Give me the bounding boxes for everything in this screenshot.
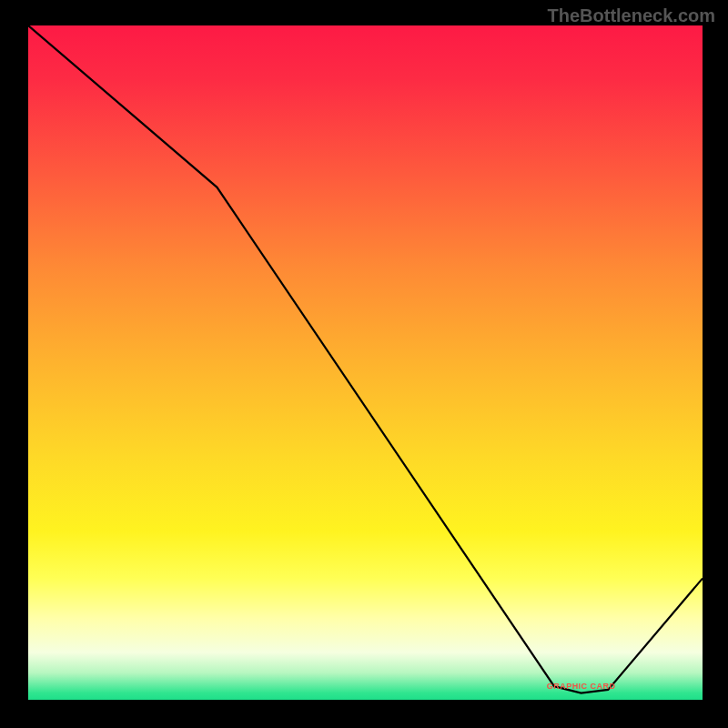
plot-area: GRAPHIC CARD (25, 25, 703, 703)
bottleneck-curve-line (28, 25, 703, 693)
chart-container: TheBottleneck.com GRAPHIC CARD (0, 0, 728, 728)
watermark-label: TheBottleneck.com (548, 5, 715, 26)
chart-svg: GRAPHIC CARD (28, 25, 703, 700)
graphic-card-marker: GRAPHIC CARD (547, 682, 616, 691)
